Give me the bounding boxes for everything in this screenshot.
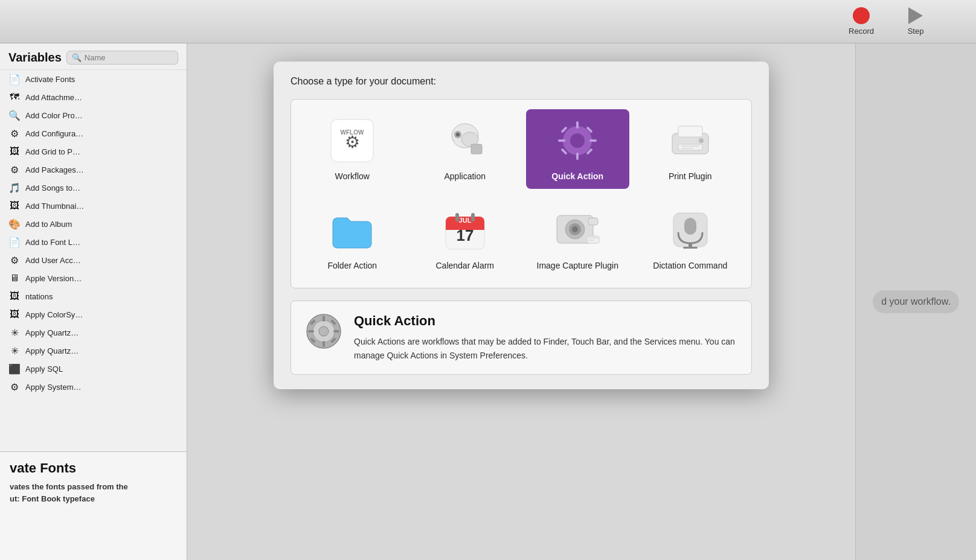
type-item-image-capture-plugin[interactable]: Image Capture Plugin [526, 199, 629, 278]
desc-content: Quick Action Quick Actions are workflows… [354, 313, 737, 362]
sidebar-item-icon: 🎨 [8, 218, 21, 230]
sidebar-item-label: Add Songs to… [25, 183, 80, 192]
svg-rect-43 [683, 247, 698, 249]
sidebar-item-apple-version[interactable]: 🖥 Apple Version… [0, 269, 187, 287]
search-box[interactable]: 🔍 [66, 51, 178, 65]
svg-text:17: 17 [456, 226, 474, 244]
sidebar-item-add-to-album[interactable]: 🎨 Add to Album [0, 215, 187, 233]
step-label: Step [908, 27, 924, 36]
sidebar-item-add-configura[interactable]: ⚙ Add Configura… [0, 124, 187, 142]
svg-rect-48 [323, 341, 325, 347]
sidebar-item-icon: ⬛ [8, 363, 21, 375]
type-icon-folder-action [328, 206, 376, 254]
type-label-print-plugin: Print Plugin [669, 171, 712, 182]
type-icon-print-plugin [666, 116, 714, 165]
type-item-dictation-command[interactable]: Dictation Command [639, 199, 742, 278]
type-item-print-plugin[interactable]: Print Plugin [639, 109, 742, 189]
sidebar-item-icon: 🗺 [8, 91, 21, 103]
svg-point-5 [456, 133, 460, 136]
svg-rect-38 [588, 237, 598, 238]
sidebar-item-label: Add Packages… [25, 165, 84, 174]
sidebar-item-apply-sql[interactable]: ⬛ Apply SQL [0, 360, 187, 378]
type-item-calendar-alarm[interactable]: JUL 17 Calendar Alarm [414, 199, 517, 278]
sidebar-item-icon: 🔍 [8, 109, 21, 121]
type-item-application[interactable]: Application [414, 109, 517, 189]
type-label-workflow: Workflow [335, 171, 370, 182]
sidebar-item-apply-quartz-2[interactable]: ✳ Apply Quartz… [0, 342, 187, 360]
svg-rect-13 [558, 139, 565, 142]
sidebar-item-add-thumbnai[interactable]: 🖼 Add Thumbnai… [0, 197, 187, 215]
sidebar-item-label: Add Thumbnai… [25, 202, 84, 211]
sidebar-item-label: Apply System… [25, 383, 81, 392]
sidebar-header: Variables 🔍 [0, 43, 187, 70]
sidebar-item-add-color-pro[interactable]: 🔍 Add Color Pro… [0, 106, 187, 124]
type-item-quick-action[interactable]: Quick Action [526, 109, 629, 189]
right-panel: d your workflow. [855, 43, 976, 560]
sidebar-item-add-to-font-l[interactable]: 📄 Add to Font L… [0, 233, 187, 251]
type-label-application: Application [445, 171, 486, 182]
svg-rect-47 [323, 316, 325, 322]
sidebar-item-apply-system[interactable]: ⚙ Apply System… [0, 378, 187, 396]
record-label: Record [849, 27, 874, 36]
type-label-image-capture-plugin: Image Capture Plugin [537, 260, 618, 271]
desc-title: Quick Action [354, 313, 737, 329]
dialog-title: Choose a type for your document: [291, 76, 752, 87]
sidebar-item-label: Apply SQL [25, 364, 63, 374]
sidebar-item-add-attachme[interactable]: 🗺 Add Attachme… [0, 88, 187, 106]
svg-point-46 [319, 326, 329, 336]
sidebar-item-add-packages[interactable]: ⚙ Add Packages… [0, 161, 187, 179]
type-icon-quick-action [553, 116, 602, 165]
sidebar-item-icon: ⚙ [8, 381, 21, 393]
sidebar-item-label: Activate Fonts [25, 75, 75, 84]
sidebar-title: Variables [8, 51, 62, 65]
sidebar-item-label: Apply ColorSy… [25, 310, 83, 319]
bottom-description-panel: vate Fonts vates the fonts passed from t… [0, 451, 187, 560]
svg-rect-41 [684, 218, 696, 235]
type-item-folder-action[interactable]: Folder Action [301, 199, 404, 278]
sidebar-item-label: ntations [25, 292, 53, 301]
sidebar-item-icon: 🖼 [8, 145, 21, 158]
quick-action-desc-icon [306, 313, 342, 349]
sidebar-item-icon: 📄 [8, 236, 21, 248]
sidebar-item-icon: ⚙ [8, 164, 21, 176]
svg-rect-36 [588, 218, 598, 225]
sidebar-item-label: Add to Font L… [25, 238, 80, 247]
search-input[interactable] [85, 53, 173, 62]
sidebar-item-activate-fonts[interactable]: 📄 Activate Fonts [0, 70, 187, 88]
sidebar-item-icon: 🖼 [8, 308, 21, 320]
type-icon-calendar-alarm: JUL 17 [441, 206, 489, 254]
sidebar-item-label: Add Attachme… [25, 93, 82, 102]
record-button[interactable]: Record [837, 7, 885, 36]
svg-rect-14 [589, 139, 597, 142]
sidebar-item-apply-colorsy[interactable]: 🖼 Apply ColorSy… [0, 305, 187, 323]
svg-rect-24 [681, 148, 693, 149]
svg-text:WFLOW: WFLOW [341, 129, 364, 136]
sidebar-item-add-grid-to-p[interactable]: 🖼 Add Grid to P… [0, 142, 187, 161]
sidebar-item-apply-quartz-1[interactable]: ✳ Apply Quartz… [0, 323, 187, 342]
main-content: Choose a type for your document: ⚙ WFLOW… [187, 43, 855, 560]
svg-rect-20 [678, 126, 702, 137]
svg-point-22 [699, 138, 704, 143]
sidebar-item-icon: 🖼 [8, 200, 21, 212]
sidebar-item-label: Add Color Pro… [25, 111, 83, 120]
record-icon [853, 7, 870, 24]
sidebar-item-label: Apply Quartz… [25, 346, 79, 355]
sidebar-item-icon: 🖥 [8, 272, 21, 284]
sidebar-item-label: Apply Quartz… [25, 328, 79, 337]
sidebar-item-icon: ✳ [8, 345, 21, 357]
type-grid: ⚙ WFLOW Workflow Application Quick Actio… [291, 99, 752, 288]
step-button[interactable]: Step [891, 7, 940, 36]
sidebar-item-ntations[interactable]: 🖼 ntations [0, 287, 187, 305]
search-icon: 🔍 [72, 53, 82, 62]
sidebar-item-label: Add Configura… [25, 129, 83, 138]
sidebar-item-icon: ⚙ [8, 127, 21, 139]
sidebar-item-add-songs-to[interactable]: 🎵 Add Songs to… [0, 179, 187, 197]
sidebar-item-add-user-acc[interactable]: ⚙ Add User Acc… [0, 251, 187, 269]
svg-rect-49 [308, 330, 314, 332]
type-item-workflow[interactable]: ⚙ WFLOW Workflow [301, 109, 404, 189]
sidebar-item-label: Add Grid to P… [25, 147, 80, 156]
toolbar: Record Step [0, 0, 976, 43]
svg-point-10 [570, 133, 585, 148]
svg-rect-7 [471, 144, 482, 154]
sidebar-item-icon: ⚙ [8, 254, 21, 266]
